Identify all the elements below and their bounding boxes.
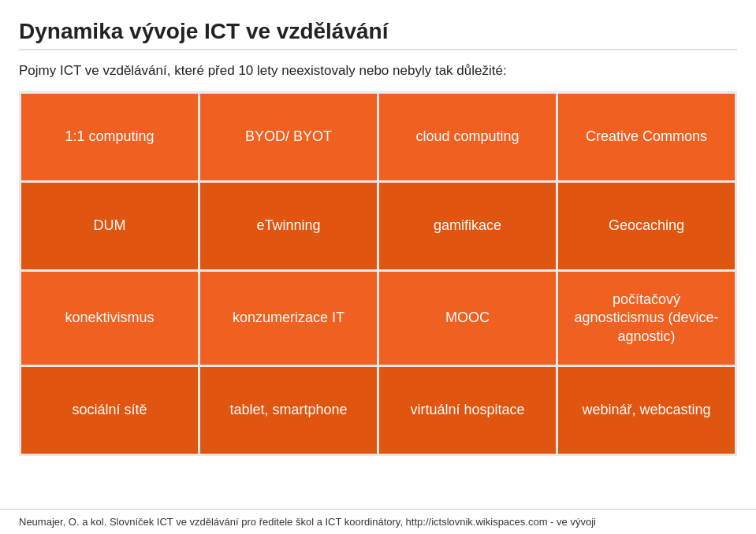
grid-cell: tablet, smartphone	[200, 367, 377, 454]
grid-cell: gamifikace	[379, 183, 556, 269]
grid-cell: cloud computing	[379, 94, 556, 180]
grid-cell: eTwinning	[200, 183, 377, 269]
title-divider	[19, 49, 737, 50]
grid-cell: Creative Commons	[558, 94, 735, 180]
terms-grid: 1:1 computingBYOD/ BYOTcloud computingCr…	[19, 91, 737, 456]
grid-cell: virtuální hospitace	[379, 367, 556, 454]
footer-text: Neumajer, O. a kol. Slovníček ICT ve vzd…	[19, 516, 596, 528]
grid-cell: MOOC	[379, 272, 556, 365]
grid-cell: počítačový agnosticismus (device-agnosti…	[558, 272, 735, 365]
grid-cell: DUM	[21, 183, 198, 269]
grid-cell: webinář, webcasting	[558, 367, 735, 454]
grid-cell: sociální sítě	[21, 367, 198, 454]
grid-cell: Geocaching	[558, 183, 735, 269]
grid-cell: konzumerizace IT	[200, 272, 377, 365]
main-content: Dynamika vývoje ICT ve vzdělávání Pojmy …	[0, 0, 756, 509]
grid-cell: BYOD/ BYOT	[200, 94, 377, 180]
subtitle: Pojmy ICT ve vzdělávání, které před 10 l…	[19, 63, 737, 79]
grid-cell: 1:1 computing	[21, 94, 198, 180]
footer: Neumajer, O. a kol. Slovníček ICT ve vzd…	[0, 509, 756, 534]
grid-cell: konektivismus	[21, 272, 198, 365]
page-title: Dynamika vývoje ICT ve vzdělávání	[19, 19, 737, 44]
